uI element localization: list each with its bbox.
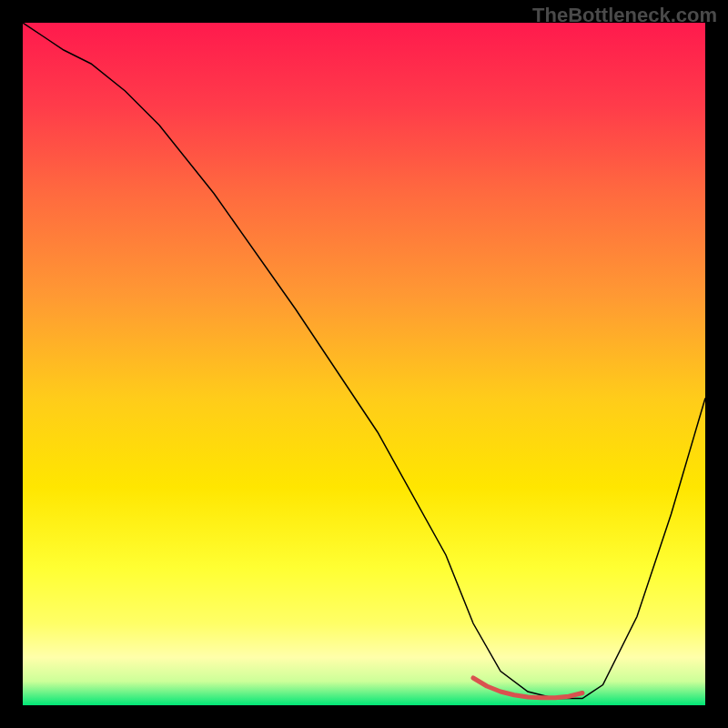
bottleneck-chart xyxy=(23,23,705,705)
watermark-text: TheBottleneck.com xyxy=(532,4,717,27)
chart-svg xyxy=(23,23,705,705)
chart-background xyxy=(23,23,705,705)
